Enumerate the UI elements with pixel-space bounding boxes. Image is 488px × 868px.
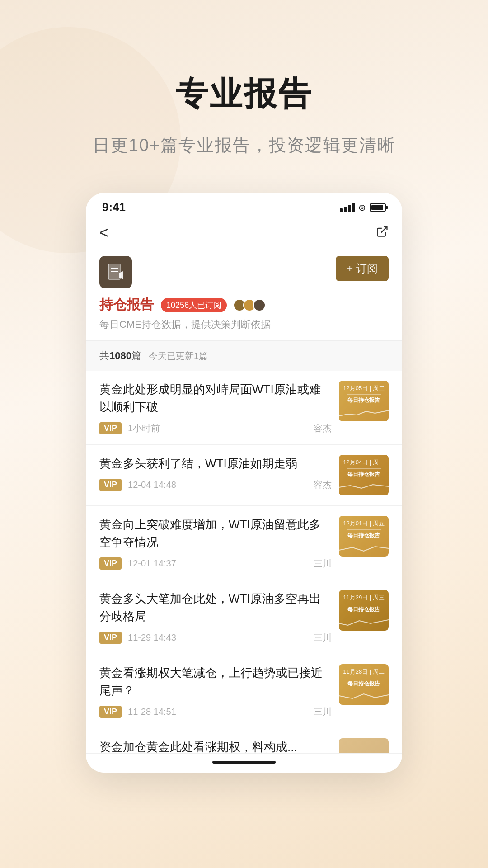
- nav-bar: <: [86, 219, 402, 249]
- article-author: 三川: [314, 557, 332, 570]
- channel-name: 持仓报告: [99, 296, 154, 314]
- article-title: 黄金多头大笔加仓此处，WTI原油多空再出分歧格局: [99, 590, 332, 625]
- vip-badge: VIP: [99, 422, 122, 434]
- article-title: 黄金此处形成明显的对峙局面WTI原油或难以顺利下破: [99, 381, 332, 416]
- status-icons: ⊚: [340, 202, 386, 213]
- article-meta: VIP 11-28 14:51 三川: [99, 706, 332, 718]
- article-item[interactable]: 黄金多头获利了结，WTI原油如期走弱 VIP 12-04 14:48 容杰 12…: [86, 445, 402, 506]
- article-title: 黄金多头获利了结，WTI原油如期走弱: [99, 455, 332, 472]
- channel-icon: [99, 256, 132, 288]
- signal-icon: [340, 203, 355, 212]
- article-time: 12-01 14:37: [128, 558, 176, 569]
- article-author: 三川: [314, 632, 332, 644]
- back-button[interactable]: <: [99, 223, 109, 242]
- article-time: 11-28 14:51: [128, 707, 176, 717]
- article-content: 黄金多头大笔加仓此处，WTI原油多空再出分歧格局 VIP 11-29 14:43…: [99, 590, 332, 644]
- thumb-title: 每日持仓报告: [347, 606, 380, 613]
- article-content: 资金加仓黄金此处看涨期权，料构成...: [99, 738, 332, 754]
- status-bar: 9:41 ⊚: [86, 193, 402, 219]
- article-meta: VIP 1小时前 容杰: [99, 422, 332, 434]
- article-time: 11-29 14:43: [128, 632, 176, 643]
- article-item[interactable]: 黄金看涨期权大笔减仓，上行趋势或已接近尾声？ VIP 11-28 14:51 三…: [86, 654, 402, 728]
- article-item[interactable]: 资金加仓黄金此处看涨期权，料构成...: [86, 728, 402, 754]
- article-meta: VIP 11-29 14:43 三川: [99, 632, 332, 644]
- article-time: 1小时前: [128, 422, 160, 434]
- subscriber-badge: 10256人已订阅: [161, 298, 227, 312]
- thumb-date: 12月01日 | 周五: [343, 519, 385, 528]
- channel-description: 每日CME持仓数据，提供决策判断依据: [99, 318, 389, 331]
- battery-icon: [370, 203, 386, 212]
- thumb-title: 每日持仓报告: [347, 471, 380, 478]
- article-thumbnail: 12月05日 | 周二 每日持仓报告: [339, 381, 389, 421]
- thumb-title: 每日持仓报告: [347, 680, 380, 688]
- thumb-title: 每日持仓报告: [347, 532, 380, 539]
- vip-badge: VIP: [99, 632, 122, 644]
- article-title: 黄金看涨期权大笔减仓，上行趋势或已接近尾声？: [99, 664, 332, 699]
- article-author: 容杰: [314, 422, 332, 434]
- vip-badge: VIP: [99, 479, 122, 491]
- article-author: 三川: [314, 706, 332, 718]
- article-author: 容杰: [314, 479, 332, 491]
- article-thumbnail: [339, 738, 389, 754]
- article-thumbnail: 12月01日 | 周五 每日持仓报告: [339, 516, 389, 557]
- thumb-date: 11月28日 | 周二: [343, 668, 385, 676]
- today-update-label: 今天已更新1篇: [149, 350, 208, 362]
- channel-name-row: 持仓报告 10256人已订阅: [99, 296, 389, 314]
- article-thumbnail: 11月29日 | 周三 每日持仓报告: [339, 590, 389, 631]
- page-title: 专业报告: [175, 72, 313, 116]
- article-meta: VIP 12-01 14:37 三川: [99, 557, 332, 570]
- share-button[interactable]: [376, 225, 389, 241]
- status-time: 9:41: [102, 200, 126, 214]
- article-time: 12-04 14:48: [128, 480, 176, 490]
- channel-header: + 订阅 持仓报告 10256人已订阅 每日CME持仓数据，提供决策判断依据: [86, 249, 402, 340]
- article-title: 资金加仓黄金此处看涨期权，料构成...: [99, 738, 332, 754]
- thumb-date: 12月05日 | 周二: [343, 384, 385, 392]
- thumb-date: 12月04日 | 周一: [343, 458, 385, 467]
- article-thumbnail: 12月04日 | 周一 每日持仓报告: [339, 455, 389, 495]
- article-meta: VIP 12-04 14:48 容杰: [99, 479, 332, 491]
- phone-mockup: 9:41 ⊚ <: [86, 193, 402, 773]
- article-content: 黄金此处形成明显的对峙局面WTI原油或难以顺利下破 VIP 1小时前 容杰: [99, 381, 332, 434]
- home-indicator: [212, 761, 276, 764]
- article-item[interactable]: 黄金此处形成明显的对峙局面WTI原油或难以顺利下破 VIP 1小时前 容杰 12…: [86, 371, 402, 445]
- thumb-date: 11月29日 | 周三: [343, 594, 385, 602]
- vip-badge: VIP: [99, 557, 122, 570]
- article-content: 黄金向上突破难度增加，WTI原油留意此多空争夺情况 VIP 12-01 14:3…: [99, 516, 332, 570]
- article-thumbnail: 11月28日 | 周二 每日持仓报告: [339, 664, 389, 705]
- page-subtitle: 日更10+篇专业报告，投资逻辑更清晰: [93, 134, 395, 157]
- subscribe-button[interactable]: + 订阅: [336, 256, 389, 281]
- bottom-bar: [86, 754, 402, 773]
- article-total-count: 共1080篇: [99, 349, 141, 363]
- thumb-title: 每日持仓报告: [347, 396, 380, 404]
- article-list-header: 共1080篇 今天已更新1篇: [86, 340, 402, 371]
- wifi-icon: ⊚: [358, 202, 366, 213]
- vip-badge: VIP: [99, 706, 122, 718]
- subscriber-avatars: [236, 299, 266, 311]
- article-item[interactable]: 黄金多头大笔加仓此处，WTI原油多空再出分歧格局 VIP 11-29 14:43…: [86, 580, 402, 654]
- svg-line-0: [381, 226, 387, 232]
- article-content: 黄金多头获利了结，WTI原油如期走弱 VIP 12-04 14:48 容杰: [99, 455, 332, 491]
- article-title: 黄金向上突破难度增加，WTI原油留意此多空争夺情况: [99, 516, 332, 551]
- article-content: 黄金看涨期权大笔减仓，上行趋势或已接近尾声？ VIP 11-28 14:51 三…: [99, 664, 332, 718]
- article-item[interactable]: 黄金向上突破难度增加，WTI原油留意此多空争夺情况 VIP 12-01 14:3…: [86, 506, 402, 580]
